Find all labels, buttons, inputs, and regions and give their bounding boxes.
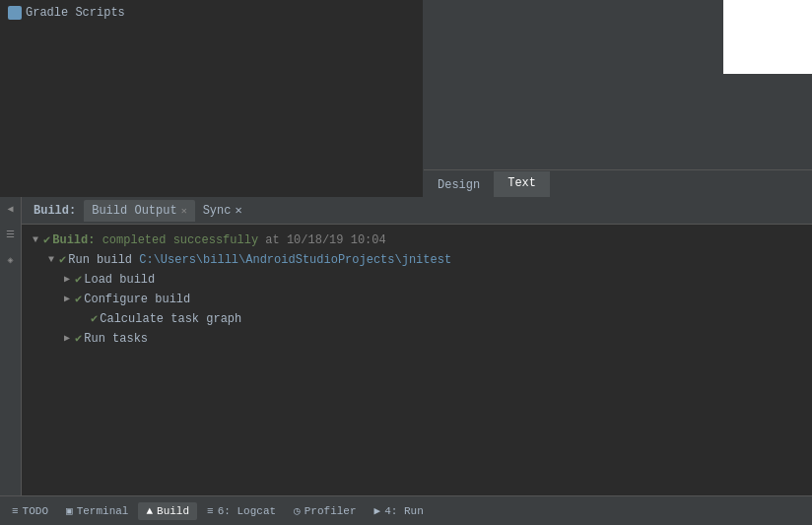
arrow-run-tasks[interactable]: ▶ bbox=[61, 333, 73, 345]
toolbar-build[interactable]: ▲ Build bbox=[138, 502, 197, 520]
todo-icon: ≡ bbox=[12, 505, 19, 517]
project-panel-title: Gradle Scripts bbox=[8, 6, 415, 20]
check-run-tasks: ✔ bbox=[75, 330, 82, 348]
build-output-close[interactable]: ✕ bbox=[181, 205, 187, 217]
terminal-icon: ▣ bbox=[66, 504, 73, 517]
editor-preview bbox=[723, 0, 812, 74]
sidebar-strip: ◀ ☰ ◈ bbox=[0, 197, 22, 495]
sidebar-icon-arrow[interactable]: ◀ bbox=[3, 201, 19, 217]
row-run-build: ▼ ✔ Run build C:\Users\billl\AndroidStud… bbox=[30, 250, 804, 270]
tab-text[interactable]: Text bbox=[494, 171, 550, 197]
arrow-run-build[interactable]: ▼ bbox=[45, 254, 57, 266]
toolbar-run[interactable]: ▶ 4: Run bbox=[367, 501, 432, 520]
bottom-toolbar: ≡ TODO ▣ Terminal ▲ Build ≡ 6: Logcat ◷ … bbox=[0, 495, 812, 525]
run-label: 4: Run bbox=[384, 505, 424, 517]
terminal-label: Terminal bbox=[77, 505, 129, 517]
check-configure-build: ✔ bbox=[75, 291, 82, 308]
row-load-build: ▶ ✔ Load build bbox=[30, 270, 804, 290]
todo-label: TODO bbox=[23, 505, 48, 517]
main-container: Gradle Scripts Design Text ◀ ☰ ◈ Build: bbox=[0, 0, 812, 525]
profiler-label: Profiler bbox=[304, 505, 357, 517]
arrow-load-build[interactable]: ▶ bbox=[61, 274, 73, 286]
design-tab-bar: Design Text bbox=[424, 169, 812, 197]
check-calculate-task-graph: ✔ bbox=[91, 310, 98, 328]
sidebar-icon-pin[interactable]: ◈ bbox=[3, 252, 19, 268]
check-load-build: ✔ bbox=[75, 271, 82, 289]
build-output-label: Build Output bbox=[92, 204, 176, 218]
build-status-text: completed successfully bbox=[102, 231, 266, 249]
build-section-label: Build: bbox=[26, 204, 84, 218]
run-build-label: Run build bbox=[68, 251, 139, 269]
build-output-content: ▼ ✔ Build: completed successfully at 10/… bbox=[22, 225, 812, 495]
run-tasks-label: Run tasks bbox=[84, 330, 148, 348]
editor-panel: Design Text bbox=[424, 0, 812, 197]
sidebar-icon-list[interactable]: ☰ bbox=[3, 227, 19, 242]
run-icon: ▶ bbox=[374, 504, 381, 517]
sync-label: Sync bbox=[203, 204, 232, 218]
project-panel: Gradle Scripts bbox=[0, 0, 424, 197]
row-build-success: ▼ ✔ Build: completed successfully at 10/… bbox=[30, 230, 804, 250]
toolbar-profiler[interactable]: ◷ Profiler bbox=[286, 501, 364, 520]
top-section: Gradle Scripts Design Text bbox=[0, 0, 812, 197]
content-area: Build: Build Output ✕ Sync ✕ ▼ ✔ Build: … bbox=[22, 197, 812, 495]
arrow-build-success[interactable]: ▼ bbox=[30, 234, 41, 246]
load-build-label: Load build bbox=[84, 271, 155, 289]
check-run-build: ✔ bbox=[59, 251, 66, 269]
tab-design[interactable]: Design bbox=[424, 173, 494, 197]
build-prefix: Build: bbox=[52, 231, 102, 249]
row-configure-build: ▶ ✔ Configure build bbox=[30, 290, 804, 309]
check-build-success: ✔ bbox=[43, 231, 50, 249]
toolbar-todo[interactable]: ≡ TODO bbox=[4, 502, 56, 520]
toolbar-terminal[interactable]: ▣ Terminal bbox=[58, 501, 136, 520]
profiler-icon: ◷ bbox=[294, 504, 301, 517]
bottom-section: ◀ ☰ ◈ Build: Build Output ✕ Sync ✕ bbox=[0, 197, 812, 495]
gradle-icon bbox=[8, 6, 22, 20]
run-build-path: C:\Users\billl\AndroidStudioProjects\jni… bbox=[139, 251, 451, 269]
calculate-task-graph-label: Calculate task graph bbox=[100, 310, 241, 328]
build-tab-bar: Build: Build Output ✕ Sync ✕ bbox=[22, 197, 812, 225]
sync-close[interactable]: ✕ bbox=[235, 203, 241, 218]
tab-sync[interactable]: Sync ✕ bbox=[195, 199, 250, 222]
toolbar-logcat[interactable]: ≡ 6: Logcat bbox=[199, 502, 284, 520]
row-run-tasks: ▶ ✔ Run tasks bbox=[30, 329, 804, 349]
build-timestamp: at 10/18/19 10:04 bbox=[265, 231, 385, 249]
logcat-icon: ≡ bbox=[207, 505, 214, 517]
tab-build-output[interactable]: Build Output ✕ bbox=[84, 200, 194, 222]
logcat-label: 6: Logcat bbox=[218, 505, 276, 517]
arrow-configure-build[interactable]: ▶ bbox=[61, 294, 73, 305]
build-label-bottom: Build bbox=[157, 505, 189, 517]
project-panel-label: Gradle Scripts bbox=[26, 6, 125, 20]
build-icon: ▲ bbox=[146, 505, 153, 517]
row-calculate-task-graph: ✔ Calculate task graph bbox=[30, 309, 804, 329]
configure-build-label: Configure build bbox=[84, 291, 190, 308]
